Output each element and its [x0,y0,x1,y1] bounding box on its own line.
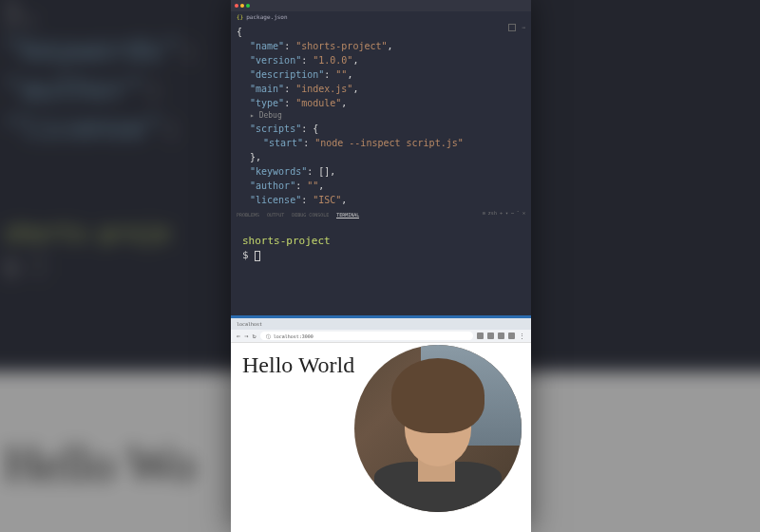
vscode-titlebar [231,0,531,11]
panel-tabs: PROBLEMS OUTPUT DEBUG CONSOLE TERMINAL [237,212,359,218]
code-line: "description": "", [237,67,525,82]
code-line: { [237,25,525,39]
panel-toolbar[interactable]: ⊞ zsh + ▾ ⋯ ˄ ✕ [483,210,525,216]
tab-terminal[interactable]: TERMINAL [336,212,359,218]
tab-problems[interactable]: PROBLEMS [237,212,259,218]
code-line: "start": "node --inspect script.js" [237,136,525,150]
back-icon[interactable]: ← [237,332,240,340]
browser-tab[interactable]: localhost [237,321,262,327]
terminal-cwd: shorts-project [242,234,520,248]
avatar-image [354,345,522,512]
code-editor[interactable]: ⋯ { "name": "shorts-project", "version":… [231,21,531,211]
browser-window: localhost ← → ↻ ⓘ localhost:3000 ⋮ Hello… [231,315,531,532]
more-icon[interactable]: ⋯ [522,23,525,31]
terminal-prompt: $ [242,248,520,262]
extension-icon[interactable] [487,332,494,339]
code-line: "license": "ISC", [237,193,525,207]
address-bar[interactable]: ⓘ localhost:3000 [260,332,473,340]
split-editor-icon[interactable] [508,24,516,31]
code-line: "main": "index.js", [237,82,525,96]
browser-toolbar: ← → ↻ ⓘ localhost:3000 ⋮ [231,330,531,343]
editor-tab[interactable]: {} package.json [231,11,531,21]
code-line: }, [237,150,525,164]
extension-icon[interactable] [477,332,484,339]
code-line: "name": "shorts-project", [237,39,525,53]
menu-icon[interactable]: ⋮ [519,332,525,340]
code-line: "version": "1.0.0", [237,53,525,67]
tab-output[interactable]: OUTPUT [267,212,284,218]
url-text: localhost:3000 [274,333,314,339]
code-line: "type": "module", [237,96,525,110]
tab-filename: package.json [246,13,287,20]
extension-icon[interactable] [508,332,515,339]
editor-toolbar: ⋯ [508,23,525,31]
forward-icon[interactable]: → [244,332,248,340]
extension-icon[interactable] [498,332,504,339]
codelens-debug[interactable]: ▸ Debug [237,110,525,122]
cursor-icon [255,251,260,261]
code-line: "keywords": [], [237,164,525,179]
browser-viewport: Hello World [231,343,531,532]
foreground-window: {} package.json ⋯ { "name": "shorts-proj… [231,0,531,532]
terminal[interactable]: shorts-project $ [231,228,531,269]
file-icon: {} [237,13,243,20]
code-line: "scripts": { [237,122,525,136]
reload-icon[interactable]: ↻ [252,332,256,340]
tab-debug-console[interactable]: DEBUG CONSOLE [292,212,329,218]
code-line: "author": "", [237,179,525,193]
browser-tabbar: localhost [231,318,531,330]
info-icon: ⓘ [266,333,271,339]
